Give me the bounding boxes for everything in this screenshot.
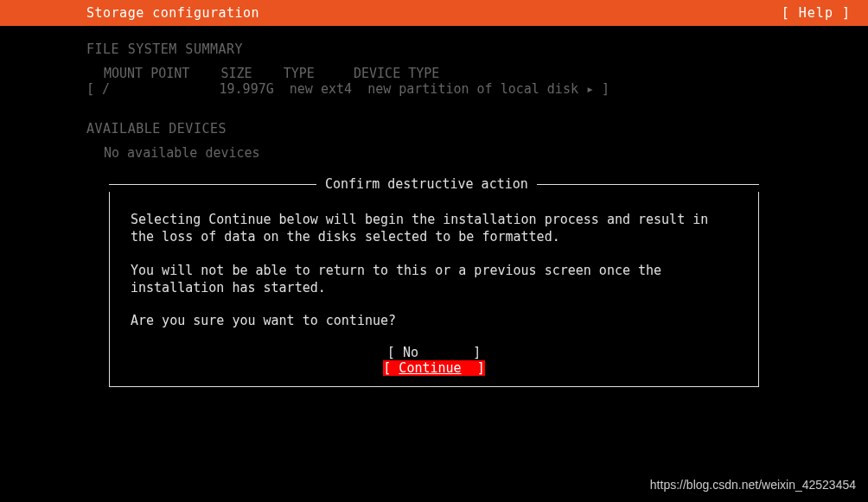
available-devices-section: AVAILABLE DEVICES No available devices xyxy=(86,121,782,161)
fs-table-header: MOUNT POINT SIZE TYPE DEVICE TYPE xyxy=(86,66,782,81)
dialog-title-bar: Confirm destructive action xyxy=(109,176,759,192)
dialog-buttons: [ No ] [ Continue ] xyxy=(131,345,737,376)
watermark: https://blog.csdn.net/weixin_42523454 xyxy=(650,478,856,492)
col-type: TYPE xyxy=(284,66,315,81)
no-devices-text: No available devices xyxy=(86,145,782,161)
content-area: FILE SYSTEM SUMMARY MOUNT POINT SIZE TYP… xyxy=(0,26,868,387)
confirm-dialog: Confirm destructive action Selecting Con… xyxy=(109,176,759,387)
dialog-paragraph: You will not be able to return to this o… xyxy=(131,262,737,297)
dialog-paragraph: Are you sure you want to continue? xyxy=(131,312,737,329)
val-mountpoint: / xyxy=(102,81,110,97)
available-heading: AVAILABLE DEVICES xyxy=(86,121,782,137)
val-size: 19.997G xyxy=(220,81,274,97)
page-title: Storage configuration xyxy=(86,5,259,21)
dialog-border-line xyxy=(109,184,316,185)
dialog-title: Confirm destructive action xyxy=(316,176,537,192)
col-mountpoint: MOUNT POINT xyxy=(104,66,189,81)
col-size: SIZE xyxy=(220,66,252,81)
help-button[interactable]: [ Help ] xyxy=(782,5,851,21)
header-bar: Storage configuration [ Help ] xyxy=(0,0,868,26)
continue-button[interactable]: [ Continue ] xyxy=(383,360,484,376)
dialog-border-line xyxy=(537,184,759,185)
col-devicetype: DEVICE TYPE xyxy=(354,66,439,81)
dialog-paragraph: Selecting Continue below will begin the … xyxy=(131,211,737,246)
val-type: new ext4 xyxy=(290,81,352,97)
dialog-body: Selecting Continue below will begin the … xyxy=(109,192,759,387)
val-devicetype: new partition of local disk ▸ xyxy=(367,81,594,97)
no-button[interactable]: [ No ] xyxy=(387,345,481,360)
fs-summary-heading: FILE SYSTEM SUMMARY xyxy=(86,41,782,57)
fs-table-row[interactable]: [ / 19.997G new ext4 new partition of lo… xyxy=(86,81,782,97)
